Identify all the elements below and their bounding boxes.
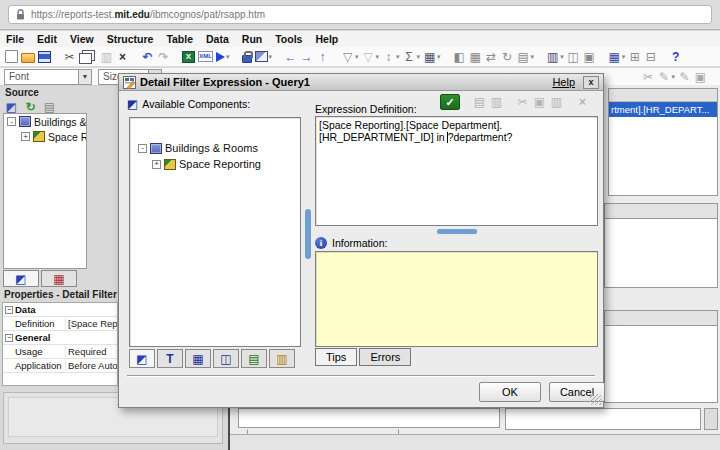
page-structure-button[interactable]: ▤ ▾ bbox=[517, 49, 535, 65]
menu-item[interactable]: Structure bbox=[107, 33, 154, 45]
property-row[interactable]: − Data bbox=[3, 303, 117, 317]
message-tab[interactable]: Tips bbox=[315, 348, 357, 366]
paste-button[interactable]: ▥ bbox=[550, 94, 563, 110]
menu-item[interactable]: Table bbox=[166, 33, 193, 45]
sort-button[interactable]: ↕ ▾ bbox=[382, 49, 400, 65]
property-row[interactable]: Application Before Auto A bbox=[3, 359, 117, 373]
menu-bar: FileEditViewStructureTableDataRunToolsHe… bbox=[0, 31, 720, 47]
tab-functions[interactable]: ▥ bbox=[269, 349, 295, 368]
equal-height-button[interactable]: ⊟ ▾ bbox=[644, 49, 657, 65]
tab-insertable-objects[interactable]: ◩ bbox=[3, 270, 39, 287]
filter-style-button[interactable]: ▤ bbox=[473, 94, 486, 110]
group-button[interactable]: ◫ ▾ bbox=[567, 49, 580, 65]
equal-width-button[interactable]: ⊞ ▾ bbox=[628, 49, 641, 65]
undo-button[interactable]: ↶ ▾ bbox=[141, 49, 154, 65]
tree-expander[interactable]: + bbox=[152, 160, 161, 169]
font-select[interactable]: Font ▼ bbox=[4, 69, 92, 85]
group-expander[interactable]: − bbox=[5, 334, 13, 342]
property-row[interactable]: − General bbox=[3, 331, 117, 345]
validate-button[interactable]: ✓ bbox=[440, 94, 460, 110]
back-button[interactable]: ← ▾ bbox=[284, 49, 297, 65]
filters-button[interactable]: ▽ ▾ bbox=[341, 49, 359, 65]
view-xml-button[interactable]: ▾ bbox=[198, 49, 213, 65]
cut-button[interactable]: ✂ bbox=[516, 94, 529, 110]
pivot-button[interactable]: ↻ ▾ bbox=[501, 49, 514, 65]
menu-item[interactable]: File bbox=[6, 33, 24, 45]
tree-expander[interactable]: - bbox=[138, 144, 147, 153]
copy-button[interactable]: ▾ bbox=[79, 49, 97, 65]
insert-package-icon bbox=[255, 51, 268, 62]
group-expander[interactable]: − bbox=[5, 306, 13, 314]
selected-filter-row[interactable]: rtment].[HR_DEPART... bbox=[609, 102, 717, 117]
columns-button[interactable]: ▥ ▾ bbox=[546, 49, 564, 65]
menu-item[interactable]: Data bbox=[206, 33, 229, 45]
headers-button[interactable]: ◧ ▾ bbox=[453, 49, 466, 65]
menu-item[interactable]: Edit bbox=[37, 33, 57, 45]
redo-button[interactable]: ↷ ▾ bbox=[157, 49, 170, 65]
save-button[interactable]: ▾ bbox=[38, 49, 51, 65]
report-preview-button[interactable]: ▥ bbox=[490, 94, 503, 110]
delete-button[interactable]: × bbox=[576, 94, 589, 110]
menu-item[interactable]: Help bbox=[315, 33, 338, 45]
tree-expander[interactable]: - bbox=[7, 117, 16, 126]
components-tree-icon: ◩ bbox=[127, 97, 138, 111]
summarize-button[interactable]: Σ ▾ bbox=[403, 49, 421, 65]
message-tab[interactable]: Errors bbox=[359, 348, 411, 366]
filters-list-panel: rtment].[HR_DEPART... bbox=[608, 88, 718, 196]
run-report-button[interactable]: ▾ bbox=[216, 49, 230, 65]
dialog-title-bar[interactable]: Detail Filter Expression - Query1 Help x bbox=[119, 74, 603, 91]
tree-expander[interactable]: + bbox=[21, 132, 30, 141]
swap-rows-columns-button[interactable]: ⇄ ▾ bbox=[485, 49, 498, 65]
tab-parameters-icon: ◫ bbox=[220, 351, 233, 367]
menu-item[interactable]: Tools bbox=[275, 33, 302, 45]
forward-button[interactable]: → ▾ bbox=[300, 49, 313, 65]
expression-editor[interactable]: [Space Reporting].[Space Department].[HR… bbox=[315, 116, 598, 226]
close-button[interactable]: x bbox=[583, 76, 599, 89]
menu-item[interactable]: View bbox=[70, 33, 94, 45]
chevron-down-icon: ▾ bbox=[376, 53, 380, 61]
view-excel-button[interactable]: ▾ bbox=[182, 49, 195, 65]
copy-format-button[interactable]: ▣ ▾ bbox=[583, 49, 596, 65]
paste-button[interactable]: ▥ ▾ bbox=[100, 49, 113, 65]
chevron-down-icon: ▾ bbox=[437, 53, 441, 61]
resize-grip[interactable] bbox=[590, 394, 601, 405]
ok-button[interactable]: OK bbox=[479, 382, 541, 402]
url-bar[interactable]: https://reports-test.mit.edu/ibmcognos/p… bbox=[8, 5, 712, 24]
lock-page-objects-button[interactable]: ▾ bbox=[242, 49, 252, 65]
tab-parameters[interactable]: ◫ bbox=[213, 349, 239, 368]
menu-item[interactable]: Run bbox=[242, 33, 262, 45]
tree-item[interactable]: + Space Reporting bbox=[130, 156, 300, 172]
insert-chart-button[interactable]: ▦ ▾ bbox=[423, 49, 441, 65]
tree-item[interactable]: + Space Reporting bbox=[4, 129, 86, 144]
tab-toolbox[interactable]: ▦ bbox=[41, 270, 77, 287]
tab-model[interactable]: ◩ bbox=[129, 349, 155, 368]
insert-table-button[interactable]: ▦ ▾ bbox=[608, 49, 626, 65]
tab-data-items[interactable]: T bbox=[157, 349, 183, 368]
help-button[interactable]: ? ▾ bbox=[669, 49, 682, 65]
pick-up-style-button[interactable]: ✎ ▾ bbox=[657, 69, 675, 85]
image-placeholder-button[interactable]: ▣ ▾ bbox=[694, 69, 707, 85]
insert-list-button[interactable]: ▦ ▾ bbox=[469, 49, 482, 65]
property-row[interactable]: Definition [Space Report bbox=[3, 317, 117, 331]
tab-calculations[interactable]: ▦ bbox=[185, 349, 211, 368]
suppress-button[interactable]: ▽ ▾ bbox=[362, 49, 380, 65]
tree-item[interactable]: - Buildings & Rooms bbox=[130, 140, 300, 156]
go-up-button[interactable]: ↑ ▾ bbox=[316, 49, 329, 65]
property-row[interactable]: Usage Required bbox=[3, 345, 117, 359]
vertical-splitter-handle[interactable] bbox=[305, 209, 311, 259]
back-icon: ← bbox=[284, 49, 297, 65]
open-button[interactable]: ▾ bbox=[21, 49, 35, 65]
tree-item[interactable]: - Buildings & Rooms bbox=[4, 114, 86, 129]
new-report-button[interactable]: ▾ bbox=[5, 49, 18, 65]
detail-filter-expression-dialog: Detail Filter Expression - Query1 Help x… bbox=[118, 73, 604, 408]
reset-style-button[interactable]: ✂ ▾ bbox=[641, 69, 654, 85]
copy-button[interactable]: ▣ bbox=[533, 94, 546, 110]
insert-package-button[interactable]: ▾ bbox=[255, 49, 273, 65]
apply-style-button[interactable]: ✎ ▾ bbox=[678, 69, 691, 85]
cut-button[interactable]: ✂ ▾ bbox=[63, 49, 76, 65]
delete-button[interactable]: × ▾ bbox=[116, 49, 129, 65]
tab-queries[interactable]: ▤ bbox=[241, 349, 267, 368]
horizontal-splitter-handle[interactable] bbox=[437, 229, 477, 234]
help-link[interactable]: Help bbox=[552, 76, 575, 88]
horizontal-splitter[interactable] bbox=[315, 229, 598, 235]
